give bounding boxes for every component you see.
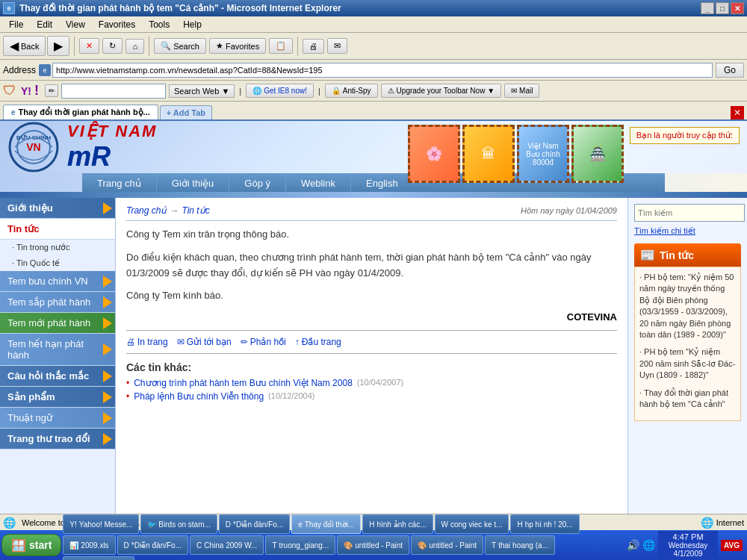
breadcrumb-current[interactable]: Tin tức: [182, 205, 209, 216]
close-tabs-button[interactable]: ✕: [731, 106, 744, 119]
minimize-button[interactable]: _: [701, 2, 714, 14]
news-box-title: 📰 Tin tức: [634, 243, 741, 267]
send-action[interactable]: ✉ Gửi tới bạn: [177, 337, 232, 347]
sidebar-item-thuat-ngu[interactable]: Thuật ngữ: [0, 408, 115, 429]
nav-home[interactable]: Trang chủ: [82, 173, 157, 192]
maximize-button[interactable]: □: [716, 2, 729, 14]
sidebar-arrow-8: [103, 370, 112, 382]
dien-dan-1-icon: D: [226, 520, 231, 529]
breadcrumb-home[interactable]: Trang chủ: [126, 205, 167, 216]
taskbar-app-paint-2[interactable]: 🎨 untitled - Paint: [411, 535, 483, 555]
yahoo-search-input[interactable]: [61, 84, 166, 99]
taskbar-app-hp[interactable]: H hp hì nh ! 20...: [510, 514, 579, 534]
dien-dan-2-icon: D: [124, 541, 129, 550]
related-link-0[interactable]: Chương trình phát hành tem Bưu chính Việ…: [134, 378, 353, 388]
favorites-button[interactable]: ★ Favorites: [209, 38, 266, 54]
get-ie8-button[interactable]: 🌐 Get IE8 now!: [246, 84, 314, 98]
taskbar-date: Wednesday: [664, 541, 712, 550]
back-button[interactable]: ◀ Back: [3, 36, 46, 56]
taskbar-app-hinh-anh[interactable]: H hình ảnh các...: [362, 514, 433, 534]
search-button[interactable]: 🔍 Search: [154, 38, 206, 54]
sidebar-item-cau-hoi[interactable]: Câu hỏi thắc mắc: [0, 366, 115, 387]
search-web-button[interactable]: Search Web ▼: [169, 84, 235, 98]
article-actions: 🖨 In trang ✉ Gửi tới bạn ✏ Phản hồi ↑ Đầ…: [126, 337, 617, 347]
sidebar-item-tem-het-han[interactable]: Tem hết hạn phát hành: [0, 334, 115, 366]
sidebar-item-trang-thu[interactable]: Trang thư trao đổi: [0, 429, 115, 449]
taskbar-app-cong-viec[interactable]: W cong viec ke t...: [435, 514, 509, 534]
taskbar-app-china[interactable]: C China 2009 W...: [190, 535, 264, 555]
divider-2: [126, 353, 617, 354]
taskbar-app-thai-hoang[interactable]: T thai hoang (a...: [485, 535, 555, 555]
menu-edit[interactable]: Edit: [31, 18, 58, 31]
forward-button[interactable]: ▶: [47, 36, 69, 56]
taskbar-app-dien-dan-1[interactable]: D *Diễn đàn/Fo...: [219, 514, 290, 534]
nav-english[interactable]: English: [351, 173, 413, 192]
print-action[interactable]: 🖨 In trang: [126, 337, 168, 347]
sidebar-item-san-pham[interactable]: Sản phẩm: [0, 387, 115, 408]
menu-view[interactable]: View: [60, 18, 91, 31]
paint-1-icon: 🎨: [344, 541, 353, 550]
close-button[interactable]: ✕: [731, 2, 744, 14]
sidebar-arrow-11: [103, 433, 112, 445]
taskbar: 🪟 start Y! Yahoo! Messe... 🐦 Birds on st…: [0, 530, 747, 560]
related-date-0: (10/04/2007): [357, 378, 403, 387]
active-tab[interactable]: e Thay đổi thời gian phát hành bộ...: [3, 105, 158, 119]
breadcrumb-arrow: →: [170, 205, 179, 216]
top-action[interactable]: ↑ Đầu trang: [295, 337, 341, 347]
menu-bar: File Edit View Favorites Tools Help: [0, 16, 747, 33]
news-item-2: · Thay đổi thời gian phát hành bộ tem "C…: [639, 388, 736, 411]
mail-button[interactable]: ✉ Mail: [504, 84, 539, 98]
thay-doi-icon: e: [298, 520, 303, 529]
nav-about[interactable]: Giới thiệu: [157, 173, 229, 192]
search-detail-link[interactable]: Tìm kiếm chi tiết: [634, 226, 741, 236]
article-company: COTEVINA: [126, 311, 617, 323]
address-input[interactable]: [52, 63, 713, 78]
search-box: GO: [634, 204, 741, 222]
nav-weblink[interactable]: Weblink: [286, 173, 351, 192]
related-link-1[interactable]: Pháp lệnh Bưu chính Viễn thông: [134, 391, 264, 402]
taskbar-app-truong[interactable]: T truong_giang...: [265, 535, 335, 555]
go-button[interactable]: Go: [716, 63, 744, 78]
sidebar-item-tem-moi[interactable]: Tem mới phát hành: [0, 313, 115, 334]
sidebar-sub-tin-trong-nuoc[interactable]: · Tin trong nước: [0, 240, 115, 255]
history-button[interactable]: 📋: [269, 38, 293, 54]
sidebar-arrow-6: [103, 317, 112, 329]
menu-help[interactable]: Help: [177, 18, 208, 31]
upgrade-button[interactable]: ⚠ Upgrade your Toolbar Now ▼: [381, 84, 501, 98]
add-tab-button[interactable]: + Add Tab: [160, 105, 212, 119]
anti-spy-button[interactable]: 🔒 Anti-Spy: [325, 84, 378, 98]
stamp-2: 🏛: [462, 125, 515, 183]
sidebar-item-tem-buu-chinh[interactable]: Tem bưu chính VN: [0, 271, 115, 292]
sidebar-item-gioithieu[interactable]: Giới thiệu: [0, 198, 115, 219]
refresh-button[interactable]: ↻: [102, 38, 123, 54]
sidebar-sub-tin-quoc-te[interactable]: · Tin Quốc tế: [0, 255, 115, 271]
sidebar-item-tintuc[interactable]: Tin tức: [0, 219, 115, 240]
taskbar-app-yahoo[interactable]: Y! Yahoo! Messe...: [63, 514, 139, 534]
taskbar-app-xls[interactable]: 📊 2009.xls: [63, 535, 115, 555]
print-button[interactable]: 🖨: [303, 39, 324, 54]
home-button[interactable]: ⌂: [125, 39, 144, 54]
menu-favorites[interactable]: Favorites: [93, 18, 141, 31]
start-button[interactable]: 🪟 start: [1, 534, 61, 556]
mail-toolbar-button[interactable]: ✉: [327, 38, 347, 54]
nav-feedback[interactable]: Góp ý: [229, 173, 286, 192]
taskbar-app-birds[interactable]: 🐦 Birds on stam...: [140, 514, 217, 534]
menu-file[interactable]: File: [3, 18, 29, 31]
stamps-area: 🌸 🏛 Việt NamBưu chính8000đ 🏯: [408, 125, 624, 183]
stop-button[interactable]: ✕: [79, 38, 99, 54]
taskbar-app-thay-doi[interactable]: e Thay đổi thời...: [291, 514, 361, 534]
taskbar-app-dien-dan-2[interactable]: D *Diễn đàn/Fo...: [117, 535, 188, 555]
ie-status-icon: 🌐: [701, 517, 713, 529]
reply-action[interactable]: ✏ Phản hồi: [241, 337, 286, 347]
window-controls[interactable]: _ □ ✕: [701, 2, 744, 14]
article-date: Hôm nay ngày 01/04/2009: [521, 206, 617, 215]
tray-icon-1: 🔊: [627, 539, 639, 551]
taskbar-app-dien-dan-3[interactable]: D *Diễn đàn/Fo...: [63, 556, 134, 560]
taskbar-app-paint-1[interactable]: 🎨 untitled - Paint: [337, 535, 409, 555]
menu-tools[interactable]: Tools: [143, 18, 176, 31]
page-icon-status: 🌐: [3, 517, 16, 529]
article-header-row: Trang chủ → Tin tức Hôm nay ngày 01/04/2…: [126, 205, 617, 221]
customize-button[interactable]: ✏: [45, 84, 58, 97]
sidebar-item-tem-sap[interactable]: Tem sắp phát hành: [0, 292, 115, 313]
search-input-side[interactable]: [634, 204, 745, 222]
